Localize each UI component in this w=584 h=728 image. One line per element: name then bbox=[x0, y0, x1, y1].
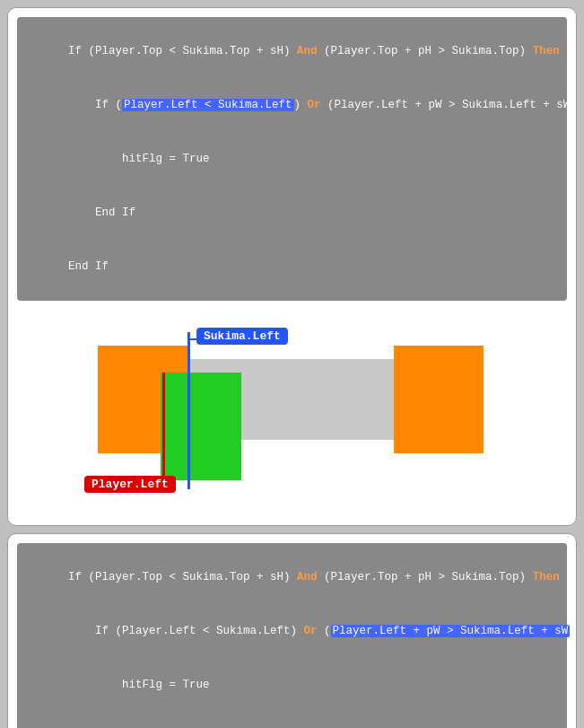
player-block bbox=[161, 373, 241, 480]
code-line-4: End If bbox=[28, 186, 556, 240]
code-text: (Player.Left + pW > Sukima.Left + sW) bbox=[321, 99, 577, 111]
sukima-left-label: Sukima.Left bbox=[196, 328, 288, 345]
code-text: If (Player.Top < Sukima.Top + sH) bbox=[68, 45, 297, 57]
keyword-then-1: Then bbox=[533, 45, 560, 57]
diagram-1: Sukima.Left Player.Left bbox=[17, 310, 567, 516]
code-text: If ( bbox=[68, 99, 122, 111]
keyword-then-2-1: Then bbox=[533, 571, 560, 583]
keyword-or: Or bbox=[308, 99, 321, 111]
code-block-2: If (Player.Top < Sukima.Top + sH) And (P… bbox=[17, 543, 567, 728]
code-line-2: If (Player.Left < Sukima.Left) Or (Playe… bbox=[28, 78, 556, 132]
player-left-line bbox=[162, 373, 165, 489]
highlight-condition-2: Player.Left + pW > Sukima.Left + sW bbox=[331, 625, 571, 637]
code-text: If (Player.Left < Sukima.Left) bbox=[68, 625, 304, 637]
keyword-and: And bbox=[297, 45, 318, 57]
code-text: ) bbox=[570, 625, 577, 637]
code-text: (Player.Top + pH > Sukima.Top) bbox=[318, 45, 533, 57]
code-block-1: If (Player.Top < Sukima.Top + sH) And (P… bbox=[17, 17, 567, 301]
keyword-or-2: Or bbox=[304, 625, 318, 637]
code-text: hitFlg = True bbox=[68, 153, 210, 165]
right-orange-block bbox=[394, 346, 484, 453]
sukima-left-line bbox=[187, 332, 190, 489]
code-line-2-3: hitFlg = True bbox=[28, 658, 556, 712]
highlight-condition-1: Player.Left < Sukima.Left bbox=[122, 99, 294, 111]
code-line-2-1: If (Player.Top < Sukima.Top + sH) And (P… bbox=[28, 550, 556, 604]
player-left-label: Player.Left bbox=[84, 476, 176, 493]
code-line-1: If (Player.Top < Sukima.Top + sH) And (P… bbox=[28, 24, 556, 78]
code-text: If (Player.Top < Sukima.Top + sH) bbox=[68, 571, 297, 583]
code-text: (Player.Top + pH > Sukima.Top) bbox=[318, 571, 533, 583]
code-text: ) bbox=[294, 99, 308, 111]
keyword-and-2: And bbox=[297, 571, 318, 583]
code-line-3: hitFlg = True bbox=[28, 132, 556, 186]
code-text: End If bbox=[68, 260, 109, 273]
code-text: ( bbox=[318, 625, 331, 637]
code-line-2-4: End If bbox=[28, 712, 556, 728]
code-line-2-2: If (Player.Left < Sukima.Left) Or (Playe… bbox=[28, 604, 556, 658]
code-line-5: End If bbox=[28, 240, 556, 294]
panel-1: If (Player.Top < Sukima.Top + sH) And (P… bbox=[7, 7, 577, 526]
code-text: End If bbox=[68, 206, 135, 219]
panel-2: If (Player.Top < Sukima.Top + sH) And (P… bbox=[7, 533, 577, 728]
code-text: hitFlg = True bbox=[68, 679, 210, 691]
